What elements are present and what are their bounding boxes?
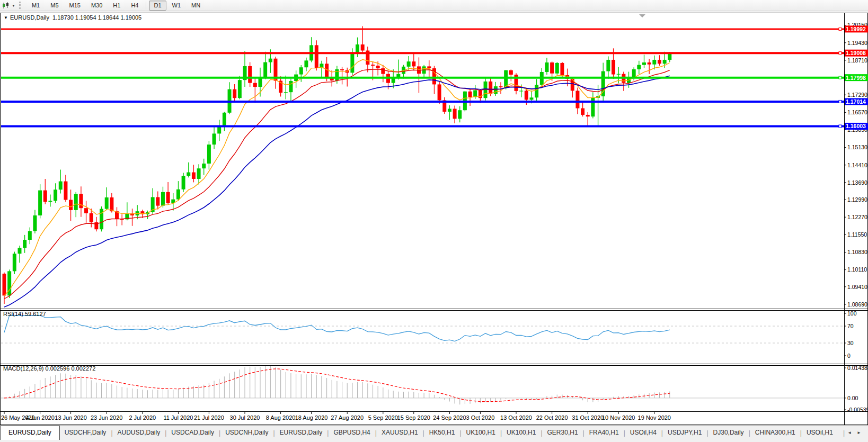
svg-text:-0.005396: -0.005396 — [847, 407, 868, 413]
tab-usdjpy-h1[interactable]: USDJPY,H1 — [663, 426, 706, 440]
svg-text:1.09410: 1.09410 — [847, 284, 867, 290]
svg-text:24 Sep 2020: 24 Sep 2020 — [433, 414, 466, 421]
svg-text:19 Nov 2020: 19 Nov 2020 — [638, 414, 671, 421]
svg-text:70: 70 — [847, 323, 854, 329]
tab-scroll-left-button[interactable]: ◄ — [845, 429, 854, 437]
tab-usoil-h4[interactable]: USOil,H4 — [625, 426, 661, 440]
svg-text:1.13690: 1.13690 — [847, 179, 867, 186]
svg-text:21 Jul 2020: 21 Jul 2020 — [194, 414, 224, 421]
svg-text:22 Oct 2020: 22 Oct 2020 — [536, 414, 568, 421]
svg-text:0.014384: 0.014384 — [847, 365, 868, 371]
svg-text:8 Aug 2020: 8 Aug 2020 — [266, 414, 296, 421]
svg-text:0: 0 — [847, 353, 851, 359]
svg-text:1.17998: 1.17998 — [846, 75, 866, 81]
svg-text:1.17290: 1.17290 — [847, 92, 867, 98]
toolbar-grip[interactable] — [19, 2, 23, 9]
svg-text:100: 100 — [847, 310, 857, 317]
timeframe-button-h4[interactable]: H4 — [126, 1, 143, 11]
svg-text:1.14410: 1.14410 — [847, 162, 867, 168]
timeframe-button-m5[interactable]: M5 — [46, 1, 63, 11]
svg-text:11 Jul 2020: 11 Jul 2020 — [163, 414, 193, 421]
timeframe-button-w1[interactable]: W1 — [167, 1, 186, 11]
svg-text:4 Jun 2020: 4 Jun 2020 — [25, 414, 54, 421]
chart-type-button[interactable]: ▼ — [0, 2, 17, 10]
svg-text:18 Aug 2020: 18 Aug 2020 — [295, 414, 328, 421]
svg-text:15 Sep 2020: 15 Sep 2020 — [397, 414, 430, 421]
svg-text:1.16570: 1.16570 — [847, 109, 867, 115]
chart-canvas[interactable]: 1.201501.194301.187101.172901.165701.158… — [0, 13, 868, 425]
tab-eurusd-daily[interactable]: EURUSD,Daily — [0, 426, 60, 440]
svg-text:31 Oct 2020: 31 Oct 2020 — [572, 414, 604, 421]
svg-text:0.00: 0.00 — [847, 395, 858, 401]
svg-text:1.17014: 1.17014 — [846, 98, 866, 105]
timeframe-button-mn[interactable]: MN — [187, 1, 205, 11]
tab-ger30-h1[interactable]: GER30,H1 — [543, 426, 583, 440]
tab-uk100-h1[interactable]: UK100,H1 — [502, 426, 541, 440]
svg-text:27 Aug 2020: 27 Aug 2020 — [331, 414, 364, 421]
svg-text:1.12990: 1.12990 — [847, 196, 867, 203]
svg-text:30: 30 — [847, 340, 854, 346]
tab-dj30-daily[interactable]: DJ30,Daily — [708, 426, 749, 440]
timeframe-button-d1[interactable]: D1 — [149, 1, 166, 11]
svg-text:13 Jun 2020: 13 Jun 2020 — [55, 414, 87, 421]
timeframe-button-m15[interactable]: M15 — [65, 1, 85, 11]
tab-china300-h1[interactable]: CHINA300,H1 — [750, 426, 800, 440]
svg-text:23 Jun 2020: 23 Jun 2020 — [91, 414, 123, 421]
toolbar-separator — [146, 2, 146, 10]
timeframe-toolbar: ▼ M1M5M15M30H1H4D1W1MN — [0, 0, 868, 11]
tab-hk50-h1[interactable]: HK50,H1 — [424, 426, 460, 440]
svg-text:1.08690: 1.08690 — [847, 301, 867, 308]
tab-usoil-h1[interactable]: USOil,H1 — [802, 426, 838, 440]
timeframe-button-m30[interactable]: M30 — [86, 1, 107, 11]
svg-text:1.10830: 1.10830 — [847, 249, 867, 255]
svg-text:1.16003: 1.16003 — [846, 123, 866, 129]
tab-scroll-right-button[interactable]: ► — [854, 429, 864, 437]
svg-text:13 Oct 2020: 13 Oct 2020 — [500, 414, 532, 421]
tab-gbpusd-h4[interactable]: GBPUSD,H4 — [329, 426, 375, 440]
svg-text:5 Sep 2020: 5 Sep 2020 — [368, 414, 398, 421]
svg-text:1.11550: 1.11550 — [847, 231, 867, 238]
tab-xauusd-h1[interactable]: XAUUSD,H1 — [377, 426, 423, 440]
candlestick-chart-icon — [2, 2, 10, 9]
tab-eurusd-daily[interactable]: EURUSD,Daily — [275, 426, 327, 440]
svg-text:1.19430: 1.19430 — [847, 40, 867, 46]
svg-text:1.15130: 1.15130 — [847, 144, 867, 150]
svg-text:1.18710: 1.18710 — [847, 57, 867, 64]
dropdown-caret-icon: ▼ — [12, 4, 15, 7]
svg-text:3 Oct 2020: 3 Oct 2020 — [466, 414, 494, 421]
tab-uk100-h1[interactable]: UK100,H1 — [462, 426, 500, 440]
timeframe-button-m1[interactable]: M1 — [27, 1, 45, 11]
svg-text:10 Nov 2020: 10 Nov 2020 — [602, 414, 635, 421]
timeframe-button-h1[interactable]: H1 — [108, 1, 125, 11]
tab-audusd-daily[interactable]: AUDUSD,Daily — [113, 426, 165, 440]
svg-text:2 Jul 2020: 2 Jul 2020 — [129, 414, 156, 421]
svg-text:1.12270: 1.12270 — [847, 214, 867, 220]
svg-text:30 Jul 2020: 30 Jul 2020 — [230, 414, 260, 421]
mt4-window: ▼ M1M5M15M30H1H4D1W1MN 1.201501.194301.1… — [0, 0, 868, 442]
svg-text:1.10110: 1.10110 — [847, 266, 867, 273]
svg-text:1.19992: 1.19992 — [846, 26, 866, 32]
chart-window: 1.201501.194301.187101.172901.165701.158… — [0, 13, 868, 425]
tab-fra40-h1[interactable]: FRA40,H1 — [584, 426, 624, 440]
timeframe-buttons: M1M5M15M30H1H4D1W1MN — [26, 1, 206, 11]
tab-usdcad-daily[interactable]: USDCAD,Daily — [166, 426, 219, 440]
chart-tab-bar: EURUSD,DailyUSDCHF,Daily|AUDUSD,Daily|US… — [0, 425, 868, 440]
tab-scroll-nav: |◄► — [843, 426, 868, 440]
tab-usdchf-daily[interactable]: USDCHF,Daily — [60, 426, 111, 440]
tab-usdcnh-daily[interactable]: USDCNH,Daily — [220, 426, 273, 440]
svg-text:1.19008: 1.19008 — [846, 50, 866, 56]
